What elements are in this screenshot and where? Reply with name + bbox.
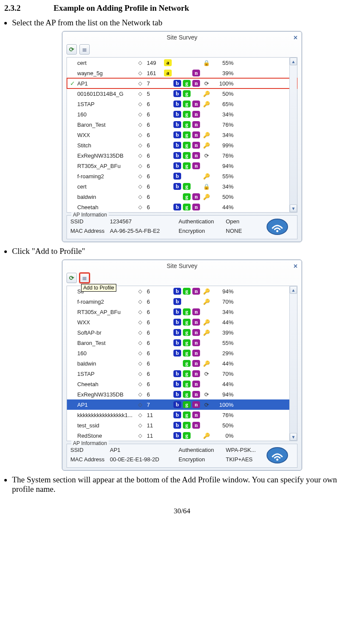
network-row[interactable]: Baron_Test◇6bgn55% xyxy=(67,338,297,348)
sort-icon: ◇ xyxy=(134,80,146,86)
signal-cell: 100% xyxy=(211,402,236,408)
sort-icon: ◇ xyxy=(134,173,146,179)
sort-icon: ◇ xyxy=(134,204,146,210)
network-row[interactable]: ✓AP1◇7bgn⟳100% xyxy=(67,78,297,88)
signal-cell: 76% xyxy=(211,122,236,128)
network-row[interactable]: 1STAP◇6bgn🔑65% xyxy=(67,99,297,109)
mode-g-badge: g xyxy=(183,204,191,210)
close-icon[interactable]: × xyxy=(294,262,297,270)
signal-cell: 55% xyxy=(211,173,236,180)
channel-cell: 5 xyxy=(146,91,164,97)
signal-cell: 70% xyxy=(211,371,236,377)
mode-g-badge: g xyxy=(183,152,191,159)
wifi-logo-icon xyxy=(264,218,290,235)
scroll-up-icon[interactable]: ▲ xyxy=(290,58,297,65)
sort-icon: ◇ xyxy=(134,371,146,377)
close-icon[interactable]: × xyxy=(294,34,297,42)
network-row[interactable]: RT305x_AP_BFu◇6bgn94% xyxy=(67,161,297,171)
add-to-profile-button[interactable]: ≣ xyxy=(79,273,90,283)
network-row[interactable]: test_ssid◇11bgn50% xyxy=(67,420,297,430)
network-row[interactable]: SoftAP-br◇6bgn🔑39% xyxy=(67,327,297,338)
channel-cell: 6 xyxy=(146,319,164,326)
refresh-button[interactable]: ⟳ xyxy=(67,273,77,283)
network-list[interactable]: cert◇149a🔒55%wayne_5g◇161an39%✓AP1◇7bgn⟳… xyxy=(67,57,297,213)
add-to-profile-button[interactable]: ≣ xyxy=(79,44,90,55)
ssid-label: SSID xyxy=(70,447,110,454)
network-row[interactable]: Baron_Test◇6bgn76% xyxy=(67,119,297,130)
network-row[interactable]: cert◇149a🔒55% xyxy=(67,58,297,68)
mode-b-badge: b xyxy=(173,401,181,408)
sort-icon: ◇ xyxy=(134,183,146,189)
sort-icon: ◇ xyxy=(134,309,146,315)
network-row[interactable]: f-roaming2◇6b🔑70% xyxy=(67,296,297,307)
channel-cell: 6 xyxy=(146,101,164,107)
network-row[interactable]: RT305x_AP_BFu◇6bgn34% xyxy=(67,307,297,317)
scroll-up-icon[interactable]: ▲ xyxy=(290,286,297,294)
network-row[interactable]: ExRegNW3135DB◇6bgn⟳94% xyxy=(67,389,297,399)
refresh-icon: ⟳ xyxy=(69,46,74,53)
signal-cell: 34% xyxy=(211,309,236,315)
network-row[interactable]: Cheetah◇6bgn44% xyxy=(67,379,297,389)
scrollbar[interactable]: ▲ ▼ xyxy=(289,286,297,441)
network-row[interactable]: wayne_5g◇161an39% xyxy=(67,68,297,78)
network-row[interactable]: ExRegNW3135DB◇6bgn⟳76% xyxy=(67,150,297,161)
ssid-cell: AP1 xyxy=(77,80,134,87)
mode-b-badge: b xyxy=(173,370,181,377)
sort-icon: ◇ xyxy=(134,111,146,117)
mode-g-badge: g xyxy=(183,183,191,190)
enc-value: TKIP+AES xyxy=(226,456,264,464)
ssid-value: AP1 xyxy=(110,447,179,454)
signal-cell: 94% xyxy=(211,163,236,169)
mode-n-badge: n xyxy=(192,121,200,128)
refresh-button[interactable]: ⟳ xyxy=(67,44,77,55)
mode-n-badge: n xyxy=(192,142,200,149)
ssid-cell: test_ssid xyxy=(77,422,134,429)
network-row[interactable]: 1STAP◇6bgn⟳70% xyxy=(67,369,297,379)
channel-cell: 6 xyxy=(146,173,164,180)
mode-b-badge: b xyxy=(173,298,181,305)
channel-cell: 6 xyxy=(146,371,164,377)
network-row[interactable]: baldwin◇6gn🔑44% xyxy=(67,358,297,369)
scroll-down-icon[interactable]: ▼ xyxy=(290,204,297,212)
network-row[interactable]: RedStone◇11bg🔑0% xyxy=(67,430,297,441)
network-row[interactable]: Cheetah◇6bgn44% xyxy=(67,202,297,212)
ssid-cell: RT305x_AP_BFu xyxy=(77,163,134,169)
scroll-down-icon[interactable]: ▼ xyxy=(290,433,297,441)
mode-n-badge: n xyxy=(192,350,200,357)
network-row[interactable]: Stitch◇6bgn🔑99% xyxy=(67,140,297,150)
network-row[interactable]: baldwin◇6gn🔑50% xyxy=(67,192,297,202)
sort-icon: ◇ xyxy=(134,132,146,138)
network-row[interactable]: cert◇6bg🔒34% xyxy=(67,181,297,192)
list-icon: ≣ xyxy=(82,277,87,279)
ssid-cell: AP1 xyxy=(77,402,134,408)
mode-n-badge: n xyxy=(192,288,200,295)
network-row[interactable]: AP1◇7bgn⟳100% xyxy=(67,399,297,410)
network-row[interactable]: 160◇6bgn29% xyxy=(67,348,297,358)
network-list[interactable]: Sti◇6bgn🔑94%f-roaming2◇6b🔑70%RT305x_AP_B… xyxy=(67,286,297,441)
channel-cell: 7 xyxy=(146,402,164,408)
network-row[interactable]: WXX◇6bgn🔑34% xyxy=(67,130,297,140)
channel-cell: 6 xyxy=(146,183,164,190)
signal-cell: 39% xyxy=(211,70,236,76)
network-row[interactable]: 160◇6bgn34% xyxy=(67,109,297,119)
network-row[interactable]: WXX◇6bgn🔑44% xyxy=(67,317,297,327)
mode-b-badge: b xyxy=(173,111,181,118)
network-row[interactable]: 001601D314B4_G◇5bg🔑50% xyxy=(67,88,297,99)
bullet-click-add: Click "Add to Profile" xyxy=(12,247,360,256)
wifi-logo-icon xyxy=(264,447,290,464)
auth-value: Open xyxy=(226,218,264,226)
channel-cell: 6 xyxy=(146,288,164,295)
ssid-cell: baldwin xyxy=(77,360,134,367)
mode-b-badge: b xyxy=(173,162,181,169)
channel-cell: 6 xyxy=(146,152,164,159)
signal-cell: 94% xyxy=(211,288,236,295)
key-icon: 🔑 xyxy=(202,173,211,180)
scrollbar[interactable]: ▲ ▼ xyxy=(289,58,297,212)
network-row[interactable]: kkkkkkkkkkkkkkkkk1...◇11bgn76% xyxy=(67,410,297,420)
mode-b-badge: b xyxy=(173,391,181,398)
mac-value: 00-0E-2E-E1-98-2D xyxy=(110,456,179,464)
mode-b-badge: b xyxy=(173,411,181,418)
mode-n-badge: n xyxy=(192,329,200,336)
signal-cell: 94% xyxy=(211,391,236,398)
network-row[interactable]: f-roaming2◇6b🔑55% xyxy=(67,171,297,181)
